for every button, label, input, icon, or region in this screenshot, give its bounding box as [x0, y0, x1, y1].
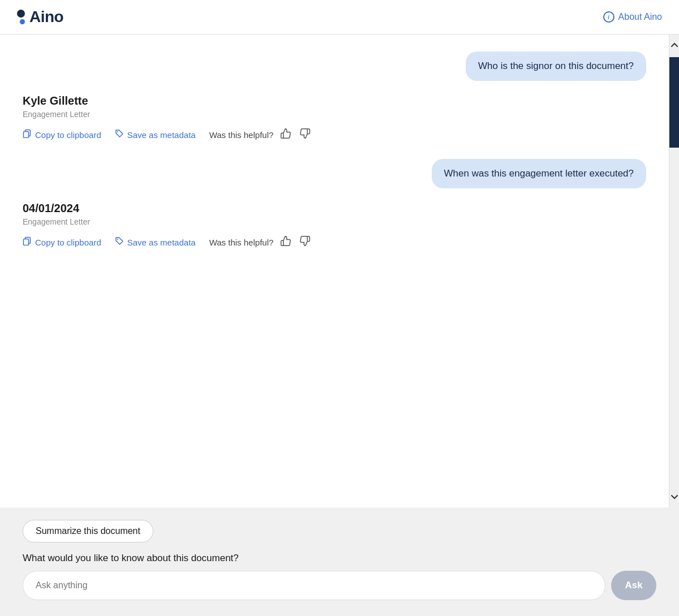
tag-icon-1: [115, 129, 124, 140]
info-icon: i: [603, 11, 614, 23]
chat-area: Who is the signor on this document? Kyle…: [0, 35, 669, 507]
response-block-2: 04/01/2024 Engagement Letter Copy to cli…: [23, 202, 646, 251]
copy-icon-1: [23, 129, 32, 140]
copy-button-2[interactable]: Copy to clipboard: [23, 236, 101, 248]
bottom-panel: Summarize this document What would you l…: [0, 507, 679, 616]
prompt-label: What would you like to know about this d…: [23, 553, 656, 564]
svg-rect-4: [24, 239, 29, 245]
scrollbar: [669, 35, 679, 507]
svg-rect-1: [24, 132, 29, 138]
thumbs-down-button-1[interactable]: [298, 127, 312, 143]
copy-button-1[interactable]: Copy to clipboard: [23, 129, 101, 140]
logo: Aino: [17, 8, 63, 26]
thumbs-down-button-2[interactable]: [298, 234, 312, 251]
response-source-1: Engagement Letter: [23, 110, 646, 119]
logo-dots: [17, 10, 25, 24]
response-actions-1: Copy to clipboard Save as metadata Was t…: [23, 127, 646, 143]
scroll-down-arrow[interactable]: [669, 487, 679, 507]
ask-input[interactable]: [23, 571, 605, 600]
about-link[interactable]: i About Aino: [603, 11, 662, 23]
summarize-button[interactable]: Summarize this document: [23, 520, 153, 542]
response-source-2: Engagement Letter: [23, 217, 646, 226]
save-metadata-button-1[interactable]: Save as metadata: [115, 129, 196, 140]
logo-dot-large: [17, 10, 25, 18]
thumbs-up-button-2[interactable]: [279, 234, 293, 251]
logo-dot-small: [20, 19, 25, 24]
ask-button[interactable]: Ask: [611, 571, 656, 600]
scroll-thumb[interactable]: [669, 57, 679, 148]
input-row: Ask: [23, 571, 656, 600]
main-wrapper: Who is the signor on this document? Kyle…: [0, 35, 679, 507]
about-label: About Aino: [618, 12, 662, 22]
copy-icon-2: [23, 236, 32, 248]
response-answer-2: 04/01/2024: [23, 202, 646, 215]
response-block-1: Kyle Gillette Engagement Letter Copy to …: [23, 94, 646, 143]
response-actions-2: Copy to clipboard Save as metadata Was t…: [23, 234, 646, 251]
svg-point-5: [117, 239, 118, 240]
thumbs-up-button-1[interactable]: [279, 127, 293, 143]
logo-text: Aino: [29, 8, 63, 26]
response-answer-1: Kyle Gillette: [23, 94, 646, 107]
tag-icon-2: [115, 236, 124, 248]
user-message-1: Who is the signor on this document?: [466, 51, 646, 81]
user-message-2: When was this engagement letter executed…: [432, 159, 646, 188]
svg-point-2: [117, 131, 118, 132]
app-header: Aino i About Aino: [0, 0, 679, 35]
helpful-section-2: Was this helpful?: [209, 234, 312, 251]
helpful-section-1: Was this helpful?: [209, 127, 312, 143]
save-metadata-button-2[interactable]: Save as metadata: [115, 236, 196, 248]
scroll-up-arrow[interactable]: [669, 35, 679, 55]
